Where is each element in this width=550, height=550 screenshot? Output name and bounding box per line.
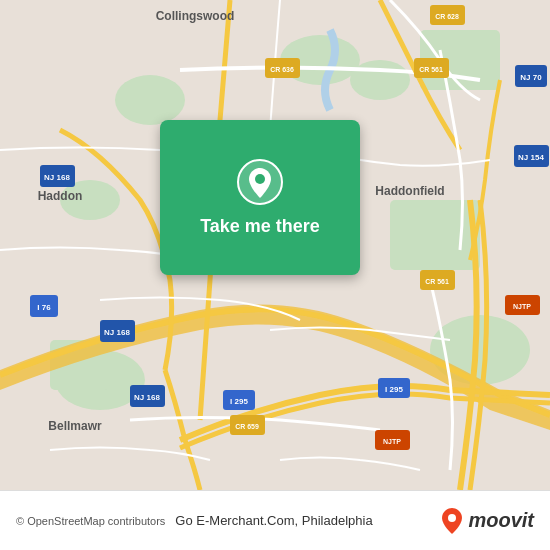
- svg-text:NJ 70: NJ 70: [520, 73, 542, 82]
- svg-text:I 295: I 295: [385, 385, 403, 394]
- svg-text:Collingswood: Collingswood: [156, 9, 235, 23]
- svg-rect-6: [390, 200, 480, 270]
- moovit-logo: moovit: [440, 507, 534, 535]
- destination-label: Go E-Merchant.Com, Philadelphia: [175, 513, 372, 528]
- svg-text:CR 628: CR 628: [435, 13, 459, 20]
- svg-text:NJTP: NJTP: [513, 303, 531, 310]
- moovit-brand-text: moovit: [468, 509, 534, 532]
- svg-text:Haddon: Haddon: [38, 189, 83, 203]
- svg-text:CR 561: CR 561: [425, 278, 449, 285]
- moovit-pin-icon: [440, 507, 464, 535]
- location-pin-icon: [236, 158, 284, 206]
- svg-text:Haddonfield: Haddonfield: [375, 184, 444, 198]
- svg-text:I 76: I 76: [37, 303, 51, 312]
- svg-text:NJ 154: NJ 154: [518, 153, 544, 162]
- svg-text:Bellmawr: Bellmawr: [48, 419, 102, 433]
- svg-point-48: [448, 514, 456, 522]
- osm-credit: © OpenStreetMap contributors: [16, 515, 165, 527]
- svg-text:CR 636: CR 636: [270, 66, 294, 73]
- bottom-bar: © OpenStreetMap contributors Go E-Mercha…: [0, 490, 550, 550]
- svg-point-4: [115, 75, 185, 125]
- svg-text:NJ 168: NJ 168: [104, 328, 130, 337]
- svg-point-47: [255, 174, 265, 184]
- svg-text:CR 561: CR 561: [419, 66, 443, 73]
- svg-text:NJ 168: NJ 168: [44, 173, 70, 182]
- take-me-there-label: Take me there: [200, 216, 320, 237]
- svg-text:NJTP: NJTP: [383, 438, 401, 445]
- take-me-there-card[interactable]: Take me there: [160, 120, 360, 275]
- map-container: NJ 168 NJ 168 NJ 168 NJ 70 NJ 154 CR 628…: [0, 0, 550, 490]
- svg-point-2: [350, 60, 410, 100]
- svg-text:I 295: I 295: [230, 397, 248, 406]
- svg-text:CR 659: CR 659: [235, 423, 259, 430]
- svg-text:NJ 168: NJ 168: [134, 393, 160, 402]
